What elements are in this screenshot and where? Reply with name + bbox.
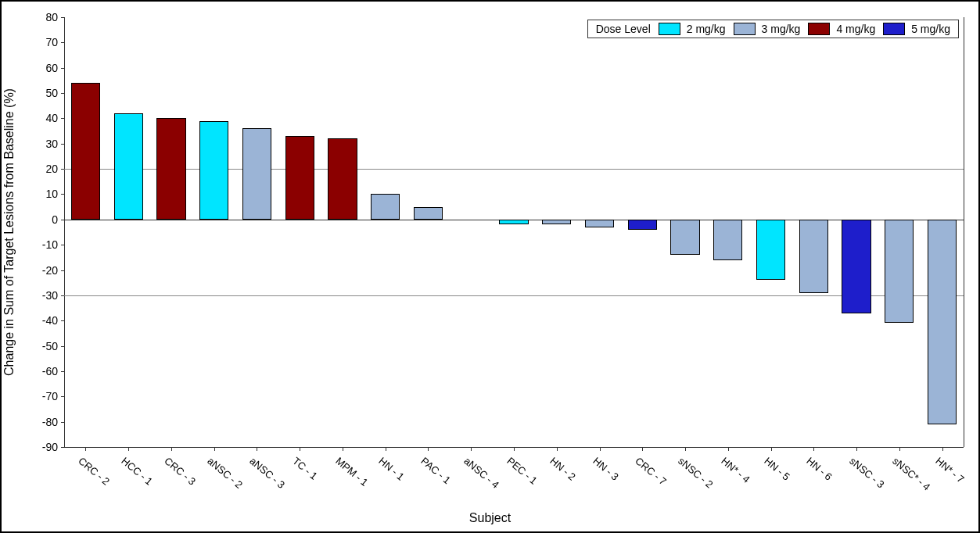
x-tick-mark [899, 447, 900, 451]
x-tick-mark [171, 447, 172, 451]
x-tick-mark [343, 447, 343, 451]
x-tick-label: sNSC - 3 [847, 455, 886, 490]
legend-swatch-2mg [659, 23, 680, 35]
x-tick-label: HN - 3 [591, 455, 620, 483]
x-tick-label: PEC - 1 [504, 455, 540, 487]
y-tick-label: -20 [2, 264, 58, 277]
x-tick-label: sNSC - 2 [676, 455, 715, 490]
y-tick-label: -90 [2, 441, 58, 453]
y-tick-label: 80 [2, 11, 58, 23]
legend-swatch-4mg [808, 23, 830, 35]
x-tick-label: HN* - 7 [933, 455, 966, 485]
x-tick-mark [728, 447, 729, 451]
x-tick-label: aNSC - 3 [248, 455, 288, 491]
x-tick-label: CRC - 7 [634, 455, 669, 488]
y-tick-label: 50 [2, 87, 58, 99]
y-tick-mark [61, 371, 64, 372]
bar [499, 220, 528, 224]
bar [71, 83, 100, 220]
x-tick-mark [300, 447, 300, 451]
x-tick-mark [856, 447, 857, 451]
x-tick-mark [642, 447, 643, 451]
x-tick-mark [600, 447, 601, 451]
legend-label-4mg: 4 mg/kg [836, 23, 875, 35]
x-tick-mark [128, 447, 129, 451]
y-tick-mark [61, 270, 64, 271]
x-tick-mark [85, 447, 86, 451]
legend-swatch-5mg [883, 23, 905, 35]
bar [713, 220, 742, 260]
x-axis-title: Subject [469, 511, 511, 525]
y-tick-mark [61, 422, 64, 423]
bar [928, 220, 957, 424]
y-tick-label: 60 [2, 62, 58, 74]
x-tick-label: aNSC - 4 [462, 455, 502, 491]
y-tick-label: -40 [2, 314, 58, 327]
bar [156, 118, 185, 219]
x-tick-mark [214, 447, 215, 451]
y-tick-mark [61, 346, 64, 347]
y-tick-label: -80 [2, 416, 58, 428]
y-tick-label: 0 [2, 213, 58, 226]
bar [542, 220, 571, 224]
x-tick-mark [257, 447, 257, 451]
bar [842, 220, 871, 313]
bar [371, 194, 400, 219]
y-tick-label: -60 [2, 365, 58, 377]
x-tick-mark [514, 447, 515, 451]
x-tick-label: HN - 6 [805, 455, 835, 483]
x-tick-label: HN* - 4 [719, 455, 752, 485]
x-tick-mark [557, 447, 558, 451]
y-tick-mark [61, 93, 64, 94]
x-tick-label: HN - 2 [547, 455, 577, 483]
legend-item-5mg: 5 mg/kg [883, 23, 950, 35]
x-tick-mark [386, 447, 386, 451]
bar [328, 138, 357, 220]
x-tick-label: CRC - 2 [77, 455, 113, 488]
y-tick-label: -30 [2, 289, 58, 302]
y-tick-mark [61, 118, 64, 119]
bar [799, 220, 828, 293]
legend-label-2mg: 2 mg/kg [687, 23, 726, 35]
y-tick-label: 30 [2, 138, 58, 150]
bar [414, 207, 443, 220]
y-tick-label: -10 [2, 238, 58, 251]
x-tick-label: MPM - 1 [333, 455, 370, 488]
x-tick-label: HN - 1 [376, 455, 406, 483]
legend-item-2mg: 2 mg/kg [659, 23, 726, 35]
y-tick-label: 20 [2, 163, 58, 175]
x-tick-mark [813, 447, 814, 451]
y-tick-mark [61, 194, 64, 195]
legend: Dose Level 2 mg/kg 3 mg/kg 4 mg/kg 5 mg/… [587, 20, 959, 38]
x-tick-label: TC - 1 [291, 455, 320, 482]
legend-swatch-3mg [734, 23, 756, 35]
bar [114, 113, 143, 220]
x-tick-label: aNSC - 2 [205, 455, 245, 491]
chart-frame: Change in Sum of Target Lesions from Bas… [0, 0, 980, 533]
bar [628, 220, 657, 230]
y-tick-mark [61, 42, 64, 43]
legend-label-3mg: 3 mg/kg [762, 23, 801, 35]
y-tick-mark [61, 17, 64, 18]
reference-line [64, 295, 964, 296]
plot-area [64, 17, 964, 447]
x-tick-label: HN - 5 [762, 455, 792, 483]
bar [285, 136, 314, 220]
y-tick-mark [61, 396, 64, 397]
bar [199, 121, 228, 220]
y-tick-label: 10 [2, 188, 58, 200]
x-tick-mark [942, 447, 943, 451]
x-tick-mark [771, 447, 772, 451]
x-tick-mark [685, 447, 686, 451]
y-tick-label: -50 [2, 340, 58, 352]
x-tick-label: PAC - 1 [419, 455, 454, 486]
legend-item-4mg: 4 mg/kg [808, 23, 875, 35]
x-tick-mark [471, 447, 472, 451]
y-tick-label: 40 [2, 112, 58, 124]
x-tick-mark [428, 447, 429, 451]
x-tick-label: sNSC* - 4 [890, 455, 932, 493]
bar [670, 220, 699, 255]
y-tick-label: -70 [2, 390, 58, 402]
y-tick-mark [61, 144, 64, 145]
y-tick-mark [61, 245, 64, 245]
